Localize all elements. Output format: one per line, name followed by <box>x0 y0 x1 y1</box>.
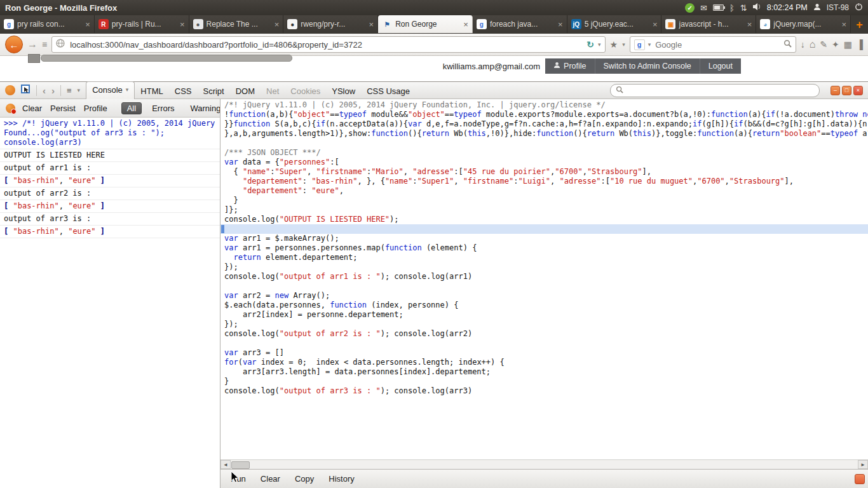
url-input[interactable] <box>69 39 583 50</box>
firebug-search-bar[interactable] <box>610 84 820 97</box>
clear-command-button[interactable]: Clear <box>254 472 287 485</box>
url-dropdown-icon[interactable]: ▾ <box>598 41 601 48</box>
history-list-icon[interactable]: ≡ <box>42 39 47 50</box>
inspect-icon[interactable] <box>21 85 31 97</box>
array-string[interactable]: "eure" <box>68 227 95 236</box>
browser-tab[interactable]: ●Replace The ...× <box>189 15 284 33</box>
array-string[interactable]: "bas-rhin" <box>13 227 58 236</box>
url-bar[interactable]: ↻ ▾ <box>51 36 605 53</box>
profile-button[interactable]: Profile <box>84 104 107 113</box>
console-echo-row[interactable]: >>> /*! jQuery v1.11.0 | (c) 2005, 2014 … <box>0 118 220 149</box>
clear-button[interactable]: Clear <box>22 104 42 113</box>
array-string[interactable]: "eure" <box>68 176 95 185</box>
tab-close-icon[interactable]: × <box>558 20 563 29</box>
run-command-button[interactable]: Run <box>224 472 252 485</box>
array-string[interactable]: "bas-rhin" <box>13 201 58 210</box>
filter-warnings[interactable]: Warnings <box>185 102 220 114</box>
page-horizontal-scrollbar[interactable] <box>41 55 292 62</box>
console-row[interactable]: [ "bas-rhin", "eure" ] <box>0 175 220 187</box>
browser-tab[interactable]: gforeach java...× <box>473 15 567 33</box>
tab-close-icon[interactable]: × <box>653 20 658 29</box>
bookmark-icon[interactable]: ★ <box>610 39 618 50</box>
editor-horizontal-scrollbar[interactable]: ◄ ► <box>220 459 868 470</box>
home-icon[interactable]: ⌂ <box>810 39 816 50</box>
network-icon[interactable]: ⇅ <box>740 3 747 13</box>
browser-tab[interactable]: ▣javascript - h...× <box>661 15 756 33</box>
account-menu-item-logout[interactable]: Logout <box>700 58 741 74</box>
firebug-error-badge-icon[interactable] <box>6 104 15 113</box>
bluetooth-icon[interactable]: ᛒ <box>729 3 735 13</box>
firebug-tab-css-usage[interactable]: CSS Usage <box>361 83 416 99</box>
browser-tab[interactable]: ●rweng/pry-r...× <box>283 15 378 33</box>
console-row[interactable]: [ "bas-rhin", "eure" ] <box>0 226 220 238</box>
tab-close-icon[interactable]: × <box>463 20 468 29</box>
firebug-tab-dom[interactable]: DOM <box>230 83 261 99</box>
themes-icon[interactable]: ✎ <box>820 39 827 50</box>
array-string[interactable]: "bas-rhin" <box>13 176 58 185</box>
session-label[interactable]: IST-98 <box>827 3 849 12</box>
new-tab-button[interactable]: + <box>851 16 868 34</box>
firebug-tab-console[interactable]: Console▾ <box>86 81 135 99</box>
forward-button[interactable]: → <box>27 39 37 50</box>
browser-tab[interactable]: gpry rails con...× <box>0 15 95 33</box>
persist-button[interactable]: Persist <box>50 104 76 113</box>
scroll-thumb[interactable] <box>231 461 250 469</box>
filter-errors[interactable]: Errors <box>146 102 180 114</box>
tab-close-icon[interactable]: × <box>747 20 752 29</box>
user-icon[interactable] <box>813 3 821 13</box>
tab-close-icon[interactable]: × <box>275 20 280 29</box>
addons-icon[interactable]: ▦ <box>844 39 852 50</box>
firebug-tab-net[interactable]: Net <box>261 83 285 99</box>
browser-tab[interactable]: jQ5 jQuery.eac...× <box>567 15 662 33</box>
firebug-tab-html[interactable]: HTML <box>135 83 168 99</box>
firebug-icon[interactable] <box>5 85 15 95</box>
panel-list-dropdown-icon[interactable]: ▾ <box>78 87 81 93</box>
command-editor[interactable]: /*! jQuery v1.11.0 | (c) 2005, 2014 jQue… <box>220 99 868 460</box>
console-row[interactable]: [ "bas-rhin", "eure" ] <box>0 200 220 213</box>
firebug-tab-cookies[interactable]: Cookies <box>285 83 326 99</box>
firebug-tab-css[interactable]: CSS <box>169 83 198 99</box>
scroll-left-icon[interactable]: ◄ <box>220 460 231 469</box>
history-command-button[interactable]: History <box>322 472 360 485</box>
scroll-right-icon[interactable]: ► <box>858 460 868 469</box>
copy-command-button[interactable]: Copy <box>288 472 320 485</box>
browser-tab[interactable]: ◕jQuery.map(...× <box>756 15 851 33</box>
firebug-search-input[interactable] <box>627 85 814 95</box>
account-menu-item-switch-to-admin-console[interactable]: Switch to Admin Console <box>595 58 700 74</box>
account-menu-item-profile[interactable]: Profile <box>545 58 595 74</box>
back-button[interactable]: ← <box>5 36 23 53</box>
firebug-tab-yslow[interactable]: YSlow <box>326 83 361 99</box>
tab-dropdown-icon[interactable]: ▾ <box>126 86 129 93</box>
panel-list-icon[interactable]: ≡ <box>67 86 72 95</box>
reload-icon[interactable]: ↻ <box>587 39 594 50</box>
clock-label[interactable]: 8:02:24 PM <box>767 3 808 12</box>
updates-icon[interactable]: ✓ <box>685 3 695 13</box>
search-engine-dropdown-icon[interactable]: ▾ <box>648 41 651 48</box>
array-string[interactable]: "eure" <box>68 201 95 210</box>
mail-icon[interactable]: ✉ <box>700 3 707 13</box>
tools-icon[interactable]: ✦ <box>832 39 839 50</box>
filter-all[interactable]: All <box>121 102 142 114</box>
tab-close-icon[interactable]: × <box>180 20 185 29</box>
search-bar[interactable]: g ▾ <box>630 36 796 53</box>
command-popup-icon[interactable] <box>855 474 865 484</box>
tab-close-icon[interactable]: × <box>369 20 374 29</box>
browser-tab[interactable]: Rpry-rails | Ru...× <box>95 15 189 33</box>
search-input[interactable] <box>654 39 780 50</box>
tab-close-icon[interactable]: × <box>841 20 846 29</box>
tab-close-icon[interactable]: × <box>85 20 90 29</box>
bookmark-dropdown-icon[interactable]: ▾ <box>622 41 625 48</box>
firebug-minimize-icon[interactable]: – <box>831 86 840 95</box>
search-engine-icon[interactable]: g <box>634 39 645 50</box>
downloads-icon[interactable]: ↓ <box>801 39 805 50</box>
firebug-close-icon[interactable]: × <box>853 86 863 95</box>
battery-icon[interactable] <box>713 4 724 11</box>
firebug-tab-script[interactable]: Script <box>197 83 229 99</box>
firebug-detach-icon[interactable]: □ <box>842 86 851 95</box>
firebug-forward-icon[interactable]: › <box>51 85 55 96</box>
volume-icon[interactable] <box>753 3 761 12</box>
browser-tab[interactable]: ⚑Ron George× <box>378 15 473 33</box>
magnifier-icon[interactable] <box>783 39 792 50</box>
power-icon[interactable] <box>855 3 863 13</box>
firebug-back-icon[interactable]: ‹ <box>43 85 46 96</box>
